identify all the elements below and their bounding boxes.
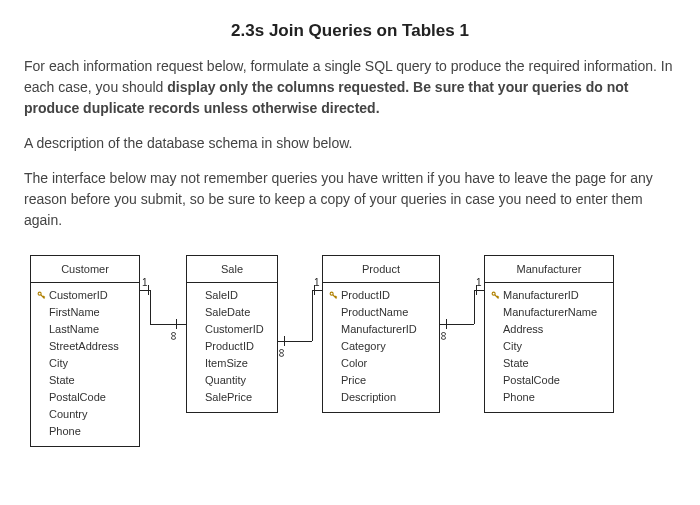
field-label: StreetAddress — [49, 338, 119, 355]
entity-field: Color — [329, 355, 433, 372]
entity-field: PostalCode — [37, 389, 133, 406]
entity-customer: Customer CustomerIDFirstNameLastNameStre… — [30, 255, 140, 448]
entity-field: FirstName — [37, 304, 133, 321]
intro-paragraph-1: For each information request below, form… — [24, 56, 676, 119]
entity-manufacturer-body: ManufacturerIDManufacturerNameAddressCit… — [485, 283, 613, 412]
field-label: Color — [341, 355, 367, 372]
field-label: Category — [341, 338, 386, 355]
field-label: ManufacturerID — [341, 321, 417, 338]
entity-product-header: Product — [323, 256, 439, 284]
cardinality-one: 1 — [476, 275, 482, 290]
field-label: Phone — [503, 389, 535, 406]
field-label: City — [49, 355, 68, 372]
entity-field: LastName — [37, 321, 133, 338]
field-label: ItemSize — [205, 355, 248, 372]
svg-point-1 — [330, 292, 333, 295]
entity-field: City — [491, 338, 607, 355]
entity-manufacturer: Manufacturer ManufacturerIDManufacturerN… — [484, 255, 614, 414]
entity-field: Phone — [491, 389, 607, 406]
entity-field: CustomerID — [37, 287, 133, 304]
field-label: PostalCode — [503, 372, 560, 389]
field-label: SaleDate — [205, 304, 250, 321]
field-label: SalePrice — [205, 389, 252, 406]
entity-field: ItemSize — [193, 355, 271, 372]
field-label: Quantity — [205, 372, 246, 389]
key-icon — [37, 291, 46, 300]
entity-field: Category — [329, 338, 433, 355]
field-label: Price — [341, 372, 366, 389]
entity-sale-header: Sale — [187, 256, 277, 284]
cardinality-many: ∞ — [165, 331, 183, 340]
field-label: ManufacturerID — [503, 287, 579, 304]
field-label: PostalCode — [49, 389, 106, 406]
cardinality-one: 1 — [314, 275, 320, 290]
entity-field: Description — [329, 389, 433, 406]
entity-field: Country — [37, 406, 133, 423]
entity-field: Price — [329, 372, 433, 389]
field-label: ManufacturerName — [503, 304, 597, 321]
field-label: City — [503, 338, 522, 355]
field-label: LastName — [49, 321, 99, 338]
entity-field: SalePrice — [193, 389, 271, 406]
entity-field: ManufacturerID — [491, 287, 607, 304]
field-label: Address — [503, 321, 543, 338]
field-label: State — [503, 355, 529, 372]
entity-product: Product ProductIDProductNameManufacturer… — [322, 255, 440, 414]
entity-field: StreetAddress — [37, 338, 133, 355]
entity-field: ProductID — [193, 338, 271, 355]
entity-customer-header: Customer — [31, 256, 139, 284]
entity-field: ProductName — [329, 304, 433, 321]
entity-sale: Sale SaleIDSaleDateCustomerIDProductIDIt… — [186, 255, 278, 414]
entity-field: SaleDate — [193, 304, 271, 321]
intro-paragraph-3: The interface below may not remember que… — [24, 168, 676, 231]
field-label: Phone — [49, 423, 81, 440]
entity-field: PostalCode — [491, 372, 607, 389]
field-label: Country — [49, 406, 88, 423]
svg-point-0 — [38, 292, 41, 295]
entity-field: State — [37, 372, 133, 389]
field-label: State — [49, 372, 75, 389]
relation-customer-sale: 1 ∞ — [140, 287, 186, 329]
field-label: ProductID — [341, 287, 390, 304]
field-label: CustomerID — [49, 287, 108, 304]
cardinality-one: 1 — [142, 275, 148, 290]
entity-sale-body: SaleIDSaleDateCustomerIDProductIDItemSiz… — [187, 283, 277, 412]
relation-product-manufacturer: 1 ∞ — [440, 287, 484, 329]
erd-diagram: Customer CustomerIDFirstNameLastNameStre… — [24, 255, 676, 485]
field-label: SaleID — [205, 287, 238, 304]
entity-field: State — [491, 355, 607, 372]
field-label: ProductID — [205, 338, 254, 355]
entity-field: City — [37, 355, 133, 372]
field-label: ProductName — [341, 304, 408, 321]
entity-field: ManufacturerID — [329, 321, 433, 338]
key-icon — [329, 291, 338, 300]
key-icon — [491, 291, 500, 300]
entity-customer-body: CustomerIDFirstNameLastNameStreetAddress… — [31, 283, 139, 446]
svg-point-2 — [492, 292, 495, 295]
entity-manufacturer-header: Manufacturer — [485, 256, 613, 284]
page-title: 2.3s Join Queries on Tables 1 — [24, 18, 676, 44]
entity-field: Address — [491, 321, 607, 338]
field-label: CustomerID — [205, 321, 264, 338]
entity-product-body: ProductIDProductNameManufacturerIDCatego… — [323, 283, 439, 412]
entity-field: ProductID — [329, 287, 433, 304]
entity-field: Phone — [37, 423, 133, 440]
relation-sale-product: 1 ∞ — [278, 287, 322, 347]
entity-field: ManufacturerName — [491, 304, 607, 321]
intro-paragraph-2: A description of the database schema in … — [24, 133, 676, 154]
field-label: FirstName — [49, 304, 100, 321]
entity-field: Quantity — [193, 372, 271, 389]
field-label: Description — [341, 389, 396, 406]
entity-field: SaleID — [193, 287, 271, 304]
entity-field: CustomerID — [193, 321, 271, 338]
